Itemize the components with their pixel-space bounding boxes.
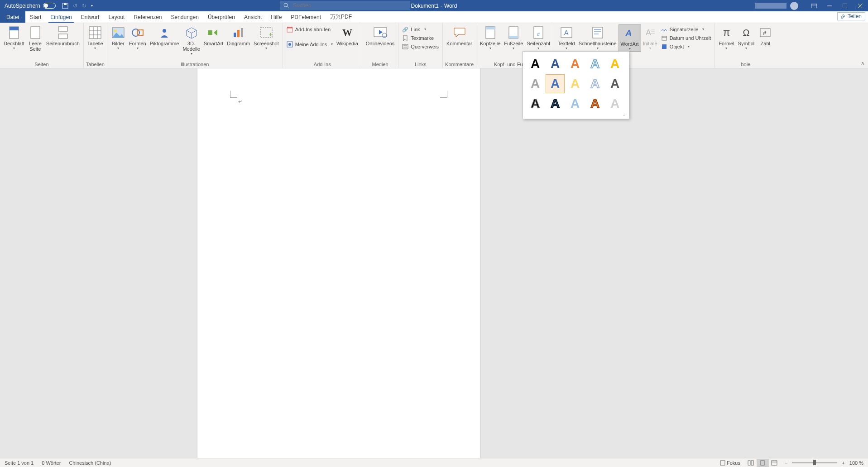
avatar[interactable] (790, 2, 798, 10)
wordart-style-10[interactable]: A (605, 74, 624, 93)
textfeld-button[interactable]: ATextfeld▾ (556, 24, 577, 51)
svg-rect-13 (58, 27, 67, 31)
pagebreak-icon (56, 25, 70, 40)
tab-file[interactable]: Datei (0, 11, 25, 23)
page-indicator[interactable]: Seite 1 von 1 (5, 460, 34, 466)
language-indicator[interactable]: Chinesisch (China) (69, 460, 111, 466)
wordart-style-5[interactable]: A (605, 54, 624, 73)
tab-referenzen[interactable]: Referenzen (129, 11, 166, 23)
tab-ueberpruefen[interactable]: Überprüfen (203, 11, 240, 23)
tab-layout[interactable]: Layout (104, 11, 129, 23)
svg-point-37 (288, 43, 291, 46)
wordart-style-6[interactable]: A (526, 74, 545, 93)
bilder-button[interactable]: Bilder▾ (109, 24, 127, 51)
wordart-button[interactable]: AWordArt▾ (619, 24, 641, 52)
margin-corner-right (440, 91, 447, 98)
tab-sendungen[interactable]: Sendungen (167, 11, 203, 23)
tabelle-button[interactable]: Tabelle▾ (86, 24, 105, 51)
wordart-style-9[interactable]: A (585, 74, 604, 93)
save-icon[interactable] (62, 3, 68, 9)
signaturzeile-button[interactable]: Signaturzeile▾ (659, 25, 713, 34)
word-count[interactable]: 0 Wörter (42, 460, 61, 466)
wikipedia-button[interactable]: WWikipedia (335, 24, 360, 47)
document-area[interactable]: ↵ (0, 68, 868, 458)
seitenumbruch-button[interactable]: Seitenumbruch (44, 24, 82, 47)
tab-pdfelement[interactable]: PDFelement (286, 11, 326, 23)
focus-mode-button[interactable]: Fokus (720, 460, 740, 466)
formen-button[interactable]: Formen▾ (127, 24, 148, 51)
footer-icon (506, 25, 521, 40)
web-layout-button[interactable] (768, 459, 780, 467)
minimize-button[interactable] (822, 0, 837, 11)
print-layout-button[interactable] (757, 459, 768, 467)
fusszeile-button[interactable]: Fußzeile▾ (502, 24, 525, 51)
wordart-style-11[interactable]: A (526, 94, 545, 113)
tab-start[interactable]: Start (25, 11, 46, 23)
tab-einfuegen[interactable]: Einfügen (46, 11, 76, 23)
kopfzeile-button[interactable]: Kopfzeile▾ (478, 24, 502, 51)
meine-addins-button[interactable]: Meine Add-Ins▾ (285, 40, 335, 48)
wordart-style-7[interactable]: A (546, 74, 565, 93)
wordart-style-13[interactable]: A (566, 94, 585, 113)
cube-icon (184, 25, 199, 40)
schnellbausteine-button[interactable]: Schnellbausteine▾ (577, 24, 619, 51)
read-mode-button[interactable] (745, 459, 757, 467)
diagramm-button[interactable]: Diagramm (225, 24, 252, 47)
objekt-button[interactable]: Objekt▾ (659, 43, 713, 51)
wordart-style-12[interactable]: A (546, 94, 565, 113)
group-addins: Add-Ins abrufen Meine Add-Ins▾ WWikipedi… (283, 23, 362, 68)
screenshot-button[interactable]: +Screenshot▾ (252, 24, 281, 51)
svg-rect-41 (403, 44, 408, 49)
tab-entwurf[interactable]: Entwurf (77, 11, 104, 23)
toggle-switch[interactable] (43, 3, 56, 9)
zahl-button[interactable]: #Zahl (756, 24, 774, 47)
deckblatt-button[interactable]: Deckblatt▾ (2, 24, 26, 51)
search-input[interactable] (293, 2, 407, 9)
formel-button[interactable]: πFormel▾ (717, 24, 736, 51)
share-button[interactable]: Teilen (837, 12, 865, 20)
wordart-style-14[interactable]: A (585, 94, 604, 113)
wordart-style-15[interactable]: A (605, 94, 624, 113)
datum-uhrzeit-button[interactable]: Datum und Uhrzeit (659, 34, 713, 42)
zoom-in-button[interactable]: + (842, 460, 844, 466)
chart-icon (231, 25, 246, 40)
wordart-style-2[interactable]: A (546, 54, 565, 73)
zoom-level[interactable]: 100 % (849, 460, 863, 466)
qat-dropdown-icon[interactable]: ▾ (91, 4, 93, 8)
tab-ansicht[interactable]: Ansicht (240, 11, 266, 23)
collapse-ribbon-icon[interactable]: ᐱ (861, 61, 864, 66)
group-label: Medien (362, 62, 398, 68)
leere-seite-button[interactable]: Leere Seite (26, 24, 44, 53)
3d-modelle-button[interactable]: 3D- Modelle▾ (181, 24, 202, 56)
close-button[interactable] (853, 0, 868, 11)
gallery-resize-handle[interactable]: .: (526, 113, 626, 116)
maximize-button[interactable] (837, 0, 853, 11)
piktogramme-button[interactable]: Piktogramme (148, 24, 181, 47)
ribbon-display-icon[interactable] (806, 0, 822, 11)
onlinevideos-button[interactable]: Onlinevideos (364, 24, 397, 47)
textmarke-button[interactable]: Textmarke (400, 34, 441, 42)
kommentar-button[interactable]: Kommentar (445, 24, 474, 47)
wordart-style-3[interactable]: A (566, 54, 585, 73)
querverweis-button[interactable]: Querverweis (400, 43, 441, 51)
addins-abrufen-button[interactable]: Add-Ins abrufen (285, 25, 335, 34)
symbol-button[interactable]: ΩSymbol▾ (736, 24, 757, 51)
smartart-button[interactable]: SmartArt (202, 24, 225, 47)
group-label: Illustrationen (107, 62, 283, 68)
tab-hilfe[interactable]: Hilfe (266, 11, 286, 23)
tab-wanxingpdf[interactable]: 万兴PDF (326, 11, 356, 23)
link-button[interactable]: 🔗Link▾ (400, 25, 441, 34)
object-icon (661, 43, 667, 50)
svg-rect-30 (237, 30, 240, 37)
svg-text:#: # (763, 29, 767, 36)
wordart-style-1[interactable]: A (526, 54, 545, 73)
seitenzahl-button[interactable]: #Seitenzahl▾ (525, 24, 551, 51)
svg-text:A: A (646, 28, 651, 37)
autosave-toggle[interactable]: AutoSpeichern (0, 3, 56, 9)
search-box[interactable] (280, 1, 410, 10)
page[interactable]: ↵ (197, 68, 480, 458)
wordart-style-4[interactable]: A (585, 54, 604, 73)
zoom-out-button[interactable]: − (785, 460, 787, 466)
zoom-slider[interactable] (792, 462, 837, 463)
wordart-style-8[interactable]: A (566, 74, 585, 93)
